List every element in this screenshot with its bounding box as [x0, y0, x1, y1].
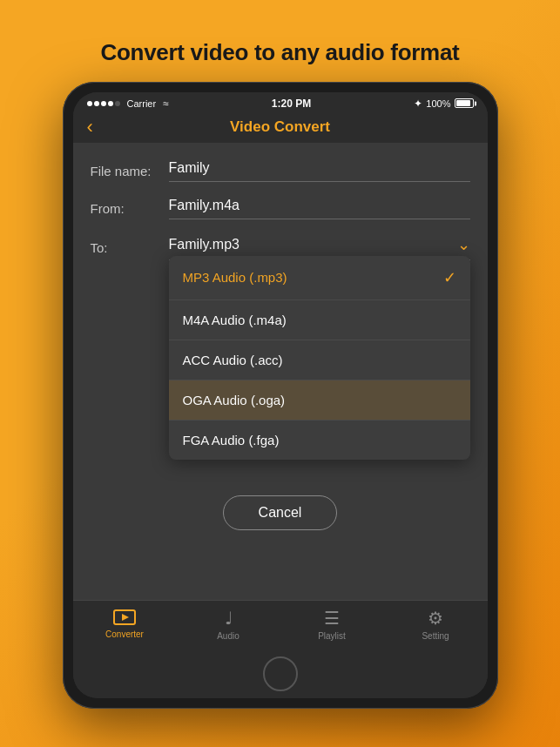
dot1	[87, 101, 92, 106]
dropdown-item-oga-label: OGA Audio (.oga)	[183, 393, 286, 407]
file-name-value: Family	[169, 160, 210, 176]
back-button[interactable]: ‹	[87, 118, 93, 137]
svg-marker-1	[122, 614, 129, 621]
tab-converter[interactable]: Converter	[73, 609, 177, 639]
converter-icon	[113, 609, 136, 627]
tab-playlist-label: Playlist	[318, 631, 346, 641]
dot2	[94, 101, 99, 106]
setting-tab-icon: ⚙	[428, 608, 443, 629]
from-label: From:	[91, 201, 169, 216]
dropdown-item-acc-label: ACC Audio (.acc)	[183, 353, 283, 367]
tab-playlist[interactable]: ☰ Playlist	[280, 608, 384, 641]
converter-tab-icon-wrap	[113, 609, 136, 627]
device-screen: Carrier ≈ 1:20 PM ✦ 100% ‹ Video Convert…	[73, 92, 488, 698]
file-name-row: File name: Family	[91, 160, 470, 182]
to-value: Family.mp3	[169, 237, 240, 252]
tab-bar: Converter ♩ Audio ☰ Playlist ⚙ Setting	[73, 600, 488, 649]
to-label: To:	[91, 240, 169, 255]
dropdown-item-m4a-label: M4A Audio (.m4a)	[183, 313, 287, 327]
dropdown-item-oga[interactable]: OGA Audio (.oga)	[169, 380, 470, 421]
tab-audio-label: Audio	[217, 631, 240, 641]
cancel-button[interactable]: Cancel	[223, 495, 338, 530]
battery-fill	[456, 100, 470, 106]
tab-converter-label: Converter	[105, 629, 144, 639]
dropdown-item-mp3[interactable]: MP3 Audio (.mp3) ✓	[169, 256, 470, 300]
battery-label: 100%	[426, 98, 450, 109]
dropdown-item-fga[interactable]: FGA Audio (.fga)	[169, 421, 470, 460]
tab-audio[interactable]: ♩ Audio	[177, 608, 280, 641]
nav-bar: ‹ Video Convert	[73, 113, 488, 143]
file-name-field[interactable]: Family	[169, 160, 470, 182]
wifi-icon: ≈	[163, 98, 169, 110]
dot4	[108, 101, 113, 106]
device-frame: Carrier ≈ 1:20 PM ✦ 100% ‹ Video Convert…	[63, 82, 498, 709]
battery-icon	[455, 98, 474, 108]
status-bar: Carrier ≈ 1:20 PM ✦ 100%	[73, 92, 488, 113]
dropdown-item-m4a[interactable]: M4A Audio (.m4a)	[169, 300, 470, 340]
home-button[interactable]	[263, 656, 298, 691]
status-time: 1:20 PM	[272, 98, 311, 110]
check-icon: ✓	[443, 268, 456, 287]
carrier-label: Carrier	[127, 98, 157, 109]
dropdown-item-acc[interactable]: ACC Audio (.acc)	[169, 340, 470, 380]
button-row: Cancel	[73, 495, 488, 530]
from-value: Family.m4a	[169, 198, 240, 213]
status-left: Carrier ≈	[87, 98, 169, 110]
from-row: From: Family.m4a	[91, 198, 470, 219]
dot5	[115, 101, 120, 106]
nav-title: Video Convert	[230, 118, 330, 136]
audio-tab-icon: ♩	[225, 608, 233, 629]
playlist-tab-icon: ☰	[324, 608, 340, 629]
content-area: File name: Family From: Family.m4a To: F…	[73, 143, 488, 600]
signal-dots	[87, 101, 120, 106]
dropdown-item-fga-label: FGA Audio (.fga)	[183, 433, 280, 448]
dropdown-item-mp3-label: MP3 Audio (.mp3)	[183, 270, 287, 285]
file-name-label: File name:	[91, 164, 169, 178]
status-right: ✦ 100%	[414, 98, 473, 110]
dot3	[101, 101, 106, 106]
tab-setting[interactable]: ⚙ Setting	[384, 608, 488, 641]
bluetooth-icon: ✦	[414, 98, 422, 110]
tab-setting-label: Setting	[422, 631, 449, 641]
page-title: Convert video to any audio format	[101, 39, 460, 66]
from-field[interactable]: Family.m4a	[169, 198, 470, 219]
dropdown-arrow-icon[interactable]: ⌄	[457, 235, 470, 254]
home-indicator	[73, 649, 488, 698]
format-dropdown: MP3 Audio (.mp3) ✓ M4A Audio (.m4a) ACC …	[169, 256, 470, 460]
